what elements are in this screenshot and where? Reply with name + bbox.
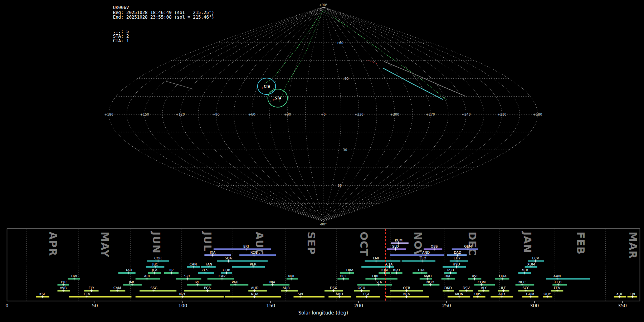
shower-label-dra: DRA [346,268,354,272]
plot-svg: +90°-90°+180+150+120+90+60+30+0+330+300+… [0,0,644,322]
shower-label-tha: THA [417,268,425,272]
shower-label-gum: GUM [526,292,535,296]
shower-label-aan: AAN [553,274,561,278]
shower-label-jea: JEA [152,268,158,272]
shower-label-ori: ORI [372,274,379,278]
shower-label-xhe: XHE [616,292,623,296]
month-label: MAY [99,231,111,257]
trail-ecliptic [324,11,447,100]
shower-label-amo: AMO [424,274,431,278]
shower-label-ile: ILE [501,286,506,290]
shower-label-spe: SPE [298,292,304,296]
month-label: JAN [521,231,533,253]
shower-label-leo: LEO [420,256,426,260]
info-line: ---------------------------------------- [113,19,220,24]
shower-label-xcb: XCB [521,268,528,272]
shower-label-oct: OCT [340,274,347,278]
month-label: SEP [305,231,317,255]
shower-label-kse: KSE [39,292,46,296]
shower-label-hyd: HYD [453,262,460,266]
shower-label-fev: FEV [554,286,560,290]
shower-label-kcg: KCG [250,250,258,254]
shower-label-nta: NTA [403,292,410,296]
lon-label: +330 [355,112,364,116]
x-tick-label: 350 [618,303,627,308]
shower-label-zcs: ZCS [201,268,208,272]
shower-label-noo: NOO [426,280,434,284]
lon-label: +120 [176,112,185,116]
lat-label: +60 [336,41,343,45]
shower-label-dsx: DSX [330,286,337,290]
shower-label-ely: ELY [88,286,94,290]
shower-label-ixa: IXA [210,250,216,254]
shower-label-ari: ARI [144,274,150,278]
shower-label-jbc: JBC [152,262,158,266]
shower-label-szc: SZC [184,274,191,278]
shower-label-gdr: GDR [223,268,231,272]
shower-label-sld: SLD [392,244,399,248]
shower-label-aly: ALY [481,286,487,290]
shower-label-pca: PCA [204,286,211,290]
lon-label: +210 [497,112,506,116]
shower-label-eta: ETA [84,292,90,296]
meteor-trail-cyan [383,68,443,99]
month-label: JUL [201,231,214,252]
shower-label-xum: XUM [527,262,535,266]
shower-label-cam: CAM [113,286,121,290]
shower-label-qua: QUA [499,274,507,278]
shower-label-hvi: HVI [71,274,77,278]
pole-label-bottom: -90° [320,222,327,226]
x-axis-label: Solar longitude (deg) [298,310,348,316]
shower-label-psu: PSU [447,268,454,272]
shower-label-lum: LUM [381,268,388,272]
shower-label-nzc: NZC [179,292,187,296]
info-line: CTA: 1 [113,38,129,43]
shower-label-oer: OER [403,286,410,290]
lon-label: +0 [321,112,326,116]
activity-timeline: APRMAYJUNJULAUGSEPOCTNOVDECJANFEBMARKUME… [5,229,640,308]
lon-label: +180 [533,112,542,116]
shower-label-dad: DAD [454,250,461,254]
shower-label-kum: KUM [395,238,402,242]
lat-label: +30 [342,77,349,80]
shower-label-pau: PAU [232,280,239,284]
shower-label-lyr: LYR [61,280,67,284]
shower-label-ohy: OHY [543,292,551,296]
radiant-label-cta: CTA [264,84,270,88]
shower-label-dpc: DPC [445,274,452,278]
shower-label-sta: STA [376,280,382,284]
radiant-map: +90°-90°+180+150+120+90+60+30+0+330+300+… [104,3,542,226]
meteor-trail-gray-short [166,81,193,89]
shower-label-evi: EVI [630,292,635,296]
lon-label: +300 [390,112,399,116]
lat-label: -60 [336,184,342,187]
shower-label-ehy: EHY [454,256,460,260]
x-tick-label: 50 [92,303,98,308]
shower-label-obs: OBS [431,244,438,248]
shower-label-nda: NDA [251,292,258,296]
shower-label-avb: AVB [60,286,67,290]
x-tick-label: 250 [442,303,451,308]
shower-label-scc: SCC [522,286,530,290]
shower-label-ocu: OCU [358,286,365,290]
shower-label-sda: SDA [225,256,232,260]
lat-label: -30 [342,148,347,152]
shower-label-urs: URS [474,292,482,296]
month-label: JUN [150,231,162,253]
shower-label-ipe: IPE [195,280,200,284]
shower-label-fed: FED [555,280,562,284]
shower-label-gem: GEM [464,244,472,248]
lon-label: +180 [104,112,113,116]
shower-label-ncc: NCC [518,280,526,284]
shower-label-cor: COR [154,256,162,260]
shower-label-lmi: LMI [373,256,379,260]
shower-label-can: CAN [190,262,197,266]
shower-label-ahy: AHY [498,292,506,296]
x-tick-label: 0 [5,303,8,308]
shower-label-aud: AUD [251,286,258,290]
trail-to-sta [279,10,323,103]
shower-label-eri: ERI [243,244,249,248]
shower-label-cap: CAP [219,274,225,278]
shower-label-jmc: JMC [129,280,136,284]
shower-label-cta: CTA [386,262,393,266]
